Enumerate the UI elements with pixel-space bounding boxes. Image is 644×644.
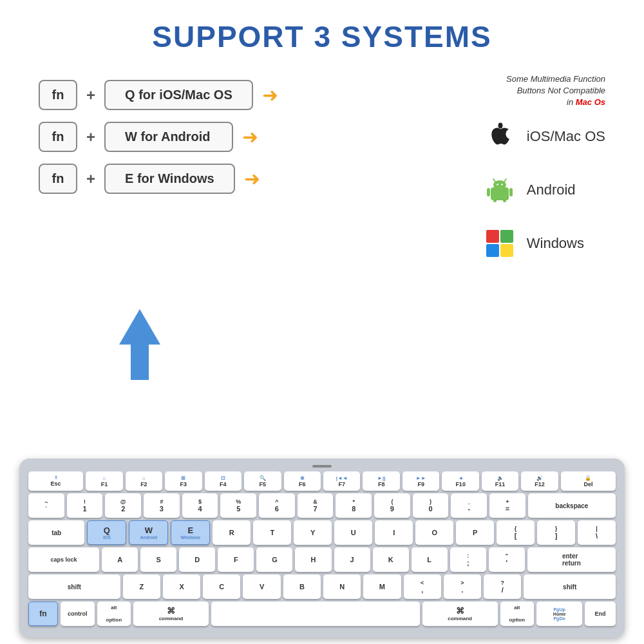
key-backslash[interactable]: |\ [578, 520, 616, 545]
key-3[interactable]: #3 [144, 493, 180, 518]
key-r[interactable]: R [213, 520, 251, 545]
key-f2[interactable]: ☼ F2 [126, 471, 162, 491]
key-b[interactable]: B [283, 574, 321, 599]
os-row-windows: Windows [482, 225, 605, 261]
key-j[interactable]: J [334, 547, 370, 572]
key-9[interactable]: (9 [374, 493, 410, 518]
key-n[interactable]: N [323, 574, 361, 599]
key-slash[interactable]: ?/ [484, 574, 521, 599]
key-enter[interactable]: enterreturn [527, 547, 616, 572]
key-a[interactable]: A [102, 547, 138, 572]
note-box: Some Multimedia FunctionButtons Not Comp… [506, 73, 605, 109]
key-q[interactable]: Q iOS [87, 520, 126, 545]
key-v[interactable]: V [243, 574, 280, 599]
key-space[interactable] [211, 601, 420, 626]
key-rshift[interactable]: shift [524, 574, 616, 599]
key-y[interactable]: Y [294, 520, 332, 545]
key-z[interactable]: Z [123, 574, 160, 599]
arrow-windows: ➜ [244, 167, 260, 190]
key-w[interactable]: W Android [129, 520, 168, 545]
kb-zxcv-row: shift Z X C V B N M <, >. ?/ shift [28, 574, 616, 599]
key-0[interactable]: )0 [413, 493, 449, 518]
svg-line-6 [504, 179, 506, 182]
key-backtick[interactable]: ~` [28, 493, 64, 518]
svg-rect-10 [509, 188, 513, 196]
key-lshift[interactable]: shift [28, 574, 120, 599]
key-fn[interactable]: fn [28, 601, 58, 626]
key-7[interactable]: &7 [298, 493, 334, 518]
key-h[interactable]: H [295, 547, 331, 572]
key-rcommand[interactable]: ⌘ command [422, 601, 498, 626]
key-6[interactable]: ^6 [259, 493, 295, 518]
key-backspace[interactable]: backspace [528, 493, 616, 518]
key-e[interactable]: E Windows [171, 520, 210, 545]
combo-row-windows: fn + E for Windows ➜ [39, 164, 278, 194]
key-comma[interactable]: <, [404, 574, 441, 599]
key-f3[interactable]: ⊞ F3 [165, 471, 202, 491]
key-1[interactable]: !1 [67, 493, 103, 518]
key-d[interactable]: D [179, 547, 215, 572]
key-f9[interactable]: ►► F9 [402, 471, 439, 491]
os-list: Some Multimedia FunctionButtons Not Comp… [482, 80, 605, 261]
key-control[interactable]: control [61, 601, 95, 626]
e-key-box: E for Windows [104, 164, 235, 194]
key-equals[interactable]: += [489, 493, 526, 518]
key-minus[interactable]: _- [451, 493, 487, 518]
key-ralt[interactable]: altoption [500, 601, 535, 626]
key-f4[interactable]: ⊡ F4 [205, 471, 242, 491]
key-lbracket[interactable]: {[ [497, 520, 535, 545]
combo-list: fn + Q for iOS/Mac OS ➜ fn + W for Andro… [39, 80, 278, 261]
top-section: fn + Q for iOS/Mac OS ➜ fn + W for Andro… [0, 73, 644, 261]
key-x[interactable]: X [163, 574, 200, 599]
key-end[interactable]: End [585, 601, 616, 626]
key-o[interactable]: O [415, 520, 453, 545]
key-f8[interactable]: ►|| F8 [363, 471, 399, 491]
key-l[interactable]: L [412, 547, 448, 572]
key-t[interactable]: T [253, 520, 291, 545]
key-s[interactable]: S [140, 547, 176, 572]
svg-point-0 [498, 122, 503, 128]
key-quote[interactable]: "' [489, 547, 525, 572]
key-c[interactable]: C [203, 574, 240, 599]
key-nav-cluster[interactable]: PgUp Home PgDn [536, 601, 582, 626]
fn-key-ios: fn [39, 80, 77, 110]
key-5[interactable]: %5 [220, 493, 256, 518]
key-f[interactable]: F [218, 547, 254, 572]
key-lcommand[interactable]: ⌘ command [133, 601, 209, 626]
key-8[interactable]: *8 [336, 493, 372, 518]
kb-qwerty-row: tab Q iOS W Android E Windows R T Y U I … [28, 520, 616, 545]
key-2[interactable]: @2 [105, 493, 141, 518]
key-i[interactable]: I [375, 520, 413, 545]
kb-asdf-row: caps lock A S D F G H J K L :; "' enterr… [28, 547, 616, 572]
svg-point-3 [497, 184, 498, 185]
key-g[interactable]: G [256, 547, 292, 572]
key-f1[interactable]: ☼ F1 [86, 471, 122, 491]
key-4[interactable]: $4 [182, 493, 218, 518]
os-row-android: Android [482, 172, 605, 207]
svg-point-4 [501, 184, 503, 185]
key-f12[interactable]: 🔊 F12 [521, 471, 558, 491]
svg-rect-9 [487, 188, 490, 196]
key-f7[interactable]: |◄◄ F7 [323, 471, 360, 491]
key-period[interactable]: >. [444, 574, 481, 599]
key-p[interactable]: P [456, 520, 494, 545]
kb-top-bar [312, 465, 332, 468]
key-f10[interactable]: ◄ F10 [442, 471, 478, 491]
key-k[interactable]: K [373, 547, 409, 572]
key-f5[interactable]: 🔍 F5 [244, 471, 281, 491]
key-capslock[interactable]: caps lock [28, 547, 99, 572]
combo-row-ios: fn + Q for iOS/Mac OS ➜ [39, 80, 278, 110]
key-semicolon[interactable]: :; [450, 547, 486, 572]
key-lalt[interactable]: altoption [97, 601, 131, 626]
key-f11[interactable]: 🔈 F11 [482, 471, 518, 491]
key-rbracket[interactable]: }] [537, 520, 575, 545]
key-esc[interactable]: ⇧ Esc [28, 471, 83, 491]
header-section: SUPPORT 3 SYSTEMS [0, 0, 644, 67]
key-m[interactable]: M [363, 574, 401, 599]
key-u[interactable]: U [334, 520, 372, 545]
plus-1: + [86, 86, 95, 104]
key-f6[interactable]: ⊕ F6 [284, 471, 321, 491]
svg-rect-7 [493, 199, 497, 202]
key-tab[interactable]: tab [28, 520, 84, 545]
key-del[interactable]: 🔒 Del [561, 471, 616, 491]
